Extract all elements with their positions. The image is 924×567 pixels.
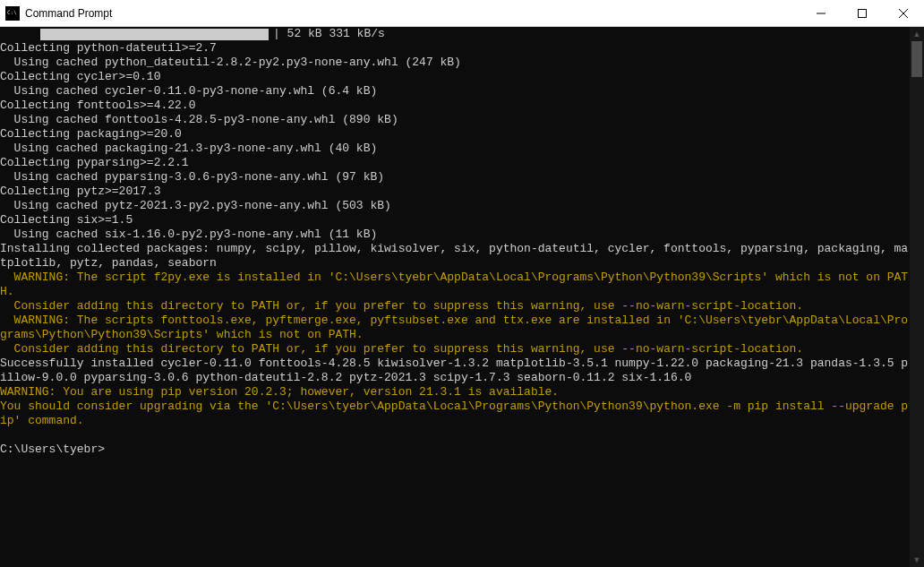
terminal-line: You should consider upgrading via the 'C… xyxy=(0,399,910,428)
cmd-icon: C:\ xyxy=(5,6,20,21)
progress-bar xyxy=(40,29,269,40)
scrollbar[interactable]: ▲ ▼ xyxy=(910,27,924,567)
terminal-line xyxy=(0,428,910,442)
terminal-line: Collecting six>=1.5 xyxy=(0,213,910,228)
terminal-line: Installing collected packages: numpy, sc… xyxy=(0,242,910,271)
terminal-line: Consider adding this directory to PATH o… xyxy=(0,342,910,357)
window-titlebar: C:\ Command Prompt xyxy=(0,0,924,27)
svg-text:C:\: C:\ xyxy=(7,9,17,15)
minimize-button[interactable] xyxy=(800,0,842,26)
terminal-line: WARNING: The script f2py.exe is installe… xyxy=(0,271,910,299)
terminal-line: Using cached cycler-0.11.0-py3-none-any.… xyxy=(0,84,910,99)
progress-line: | 52 kB 331 kB/s xyxy=(0,27,910,41)
terminal-line: WARNING: The scripts fonttools.exe, pyft… xyxy=(0,314,910,342)
scrollbar-thumb[interactable] xyxy=(911,41,922,77)
terminal-line: Collecting pyparsing>=2.2.1 xyxy=(0,156,910,170)
terminal-line: Successfully installed cycler-0.11.0 fon… xyxy=(0,357,910,385)
scrollbar-down-button[interactable]: ▼ xyxy=(910,553,924,567)
terminal-line: Consider adding this directory to PATH o… xyxy=(0,299,910,314)
terminal-line: Collecting fonttools>=4.22.0 xyxy=(0,99,910,113)
progress-text: | 52 kB 331 kB/s xyxy=(273,27,385,40)
terminal-line: Using cached packaging-21.3-py3-none-any… xyxy=(0,142,910,156)
svg-rect-4 xyxy=(859,9,867,17)
scrollbar-up-button[interactable]: ▲ xyxy=(910,27,924,41)
close-button[interactable] xyxy=(883,0,924,26)
terminal-line: WARNING: You are using pip version 20.2.… xyxy=(0,385,910,399)
terminal-line: Collecting packaging>=20.0 xyxy=(0,127,910,142)
window-controls xyxy=(800,0,924,26)
maximize-button[interactable] xyxy=(842,0,883,26)
terminal-line: Collecting pytz>=2017.3 xyxy=(0,185,910,199)
terminal-line: Collecting python-dateutil>=2.7 xyxy=(0,41,910,56)
terminal-line: C:\Users\tyebr> xyxy=(0,442,910,457)
terminal-output[interactable]: | 52 kB 331 kB/sCollecting python-dateut… xyxy=(0,27,910,567)
terminal-line: Using cached fonttools-4.28.5-py3-none-a… xyxy=(0,113,910,127)
terminal-line: Using cached six-1.16.0-py2.py3-none-any… xyxy=(0,228,910,242)
terminal-line: Collecting cycler>=0.10 xyxy=(0,70,910,84)
terminal-container: | 52 kB 331 kB/sCollecting python-dateut… xyxy=(0,27,924,567)
terminal-line: Using cached pyparsing-3.0.6-py3-none-an… xyxy=(0,170,910,185)
terminal-line: Using cached python_dateutil-2.8.2-py2.p… xyxy=(0,56,910,70)
terminal-line: Using cached pytz-2021.3-py2.py3-none-an… xyxy=(0,199,910,213)
window-title: Command Prompt xyxy=(25,7,800,20)
